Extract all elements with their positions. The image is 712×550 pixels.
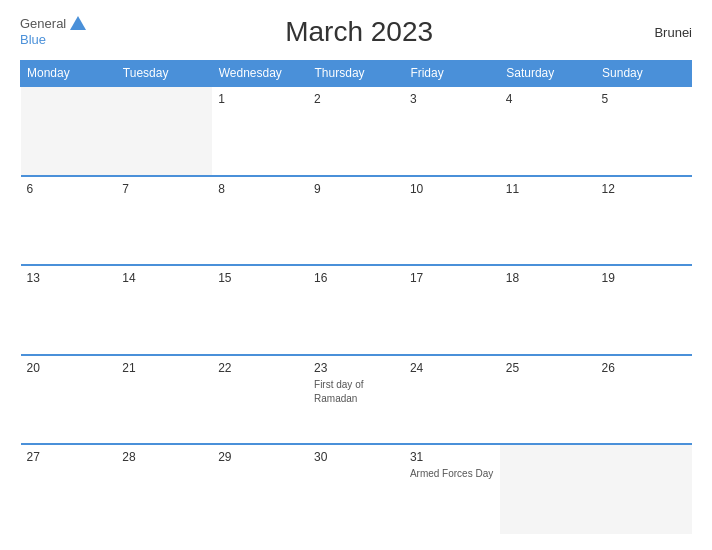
- calendar-cell: 7: [116, 176, 212, 266]
- day-number: 21: [122, 361, 206, 375]
- calendar-cell: 19: [596, 265, 692, 355]
- day-number: 18: [506, 271, 590, 285]
- day-number: 13: [27, 271, 111, 285]
- weekday-header-sunday: Sunday: [596, 61, 692, 87]
- calendar-cell: 22: [212, 355, 308, 445]
- calendar-cell: [116, 86, 212, 176]
- calendar-table: MondayTuesdayWednesdayThursdayFridaySatu…: [20, 60, 692, 534]
- week-row-5: 2728293031Armed Forces Day: [21, 444, 692, 534]
- calendar-cell: 6: [21, 176, 117, 266]
- day-number: 25: [506, 361, 590, 375]
- weekday-header-thursday: Thursday: [308, 61, 404, 87]
- week-row-4: 20212223First day of Ramadan242526: [21, 355, 692, 445]
- calendar-cell: 16: [308, 265, 404, 355]
- calendar-cell: 8: [212, 176, 308, 266]
- weekday-header-monday: Monday: [21, 61, 117, 87]
- week-row-3: 13141516171819: [21, 265, 692, 355]
- weekday-header-saturday: Saturday: [500, 61, 596, 87]
- calendar-cell: 1: [212, 86, 308, 176]
- week-row-2: 6789101112: [21, 176, 692, 266]
- calendar-cell: 20: [21, 355, 117, 445]
- day-number: 1: [218, 92, 302, 106]
- weekday-header-friday: Friday: [404, 61, 500, 87]
- logo-text-blue: Blue: [20, 32, 46, 47]
- calendar-cell: 3: [404, 86, 500, 176]
- calendar-cell: 4: [500, 86, 596, 176]
- week-row-1: 12345: [21, 86, 692, 176]
- calendar-cell: [596, 444, 692, 534]
- day-number: 15: [218, 271, 302, 285]
- day-number: 9: [314, 182, 398, 196]
- calendar-cell: [21, 86, 117, 176]
- event-label: First day of Ramadan: [314, 379, 363, 404]
- month-title: March 2023: [86, 16, 632, 48]
- calendar-cell: 30: [308, 444, 404, 534]
- calendar-cell: 26: [596, 355, 692, 445]
- day-number: 4: [506, 92, 590, 106]
- day-number: 20: [27, 361, 111, 375]
- day-number: 10: [410, 182, 494, 196]
- calendar-cell: 13: [21, 265, 117, 355]
- day-number: 19: [602, 271, 686, 285]
- calendar-cell: 31Armed Forces Day: [404, 444, 500, 534]
- calendar-cell: 11: [500, 176, 596, 266]
- day-number: 26: [602, 361, 686, 375]
- day-number: 30: [314, 450, 398, 464]
- calendar-cell: 5: [596, 86, 692, 176]
- calendar-cell: 2: [308, 86, 404, 176]
- event-label: Armed Forces Day: [410, 468, 493, 479]
- day-number: 28: [122, 450, 206, 464]
- calendar-cell: 21: [116, 355, 212, 445]
- logo-triangle-icon: [70, 16, 86, 30]
- calendar-cell: 9: [308, 176, 404, 266]
- day-number: 3: [410, 92, 494, 106]
- day-number: 22: [218, 361, 302, 375]
- day-number: 8: [218, 182, 302, 196]
- day-number: 12: [602, 182, 686, 196]
- calendar-cell: 10: [404, 176, 500, 266]
- logo-text-general: General: [20, 17, 66, 31]
- calendar-cell: 23First day of Ramadan: [308, 355, 404, 445]
- calendar-page: General Blue March 2023 Brunei MondayTue…: [0, 0, 712, 550]
- country-label: Brunei: [632, 25, 692, 40]
- calendar-cell: 17: [404, 265, 500, 355]
- weekday-header-wednesday: Wednesday: [212, 61, 308, 87]
- day-number: 27: [27, 450, 111, 464]
- calendar-cell: 15: [212, 265, 308, 355]
- day-number: 5: [602, 92, 686, 106]
- day-number: 29: [218, 450, 302, 464]
- day-number: 14: [122, 271, 206, 285]
- calendar-cell: 24: [404, 355, 500, 445]
- calendar-header: General Blue March 2023 Brunei: [20, 16, 692, 48]
- calendar-cell: 29: [212, 444, 308, 534]
- calendar-cell: 14: [116, 265, 212, 355]
- calendar-cell: 25: [500, 355, 596, 445]
- day-number: 31: [410, 450, 494, 464]
- logo: General Blue: [20, 16, 86, 47]
- day-number: 24: [410, 361, 494, 375]
- weekday-header-tuesday: Tuesday: [116, 61, 212, 87]
- calendar-cell: 28: [116, 444, 212, 534]
- calendar-cell: 18: [500, 265, 596, 355]
- calendar-cell: 27: [21, 444, 117, 534]
- day-number: 2: [314, 92, 398, 106]
- calendar-cell: 12: [596, 176, 692, 266]
- weekday-header-row: MondayTuesdayWednesdayThursdayFridaySatu…: [21, 61, 692, 87]
- day-number: 11: [506, 182, 590, 196]
- day-number: 16: [314, 271, 398, 285]
- day-number: 17: [410, 271, 494, 285]
- day-number: 7: [122, 182, 206, 196]
- calendar-cell: [500, 444, 596, 534]
- day-number: 23: [314, 361, 398, 375]
- day-number: 6: [27, 182, 111, 196]
